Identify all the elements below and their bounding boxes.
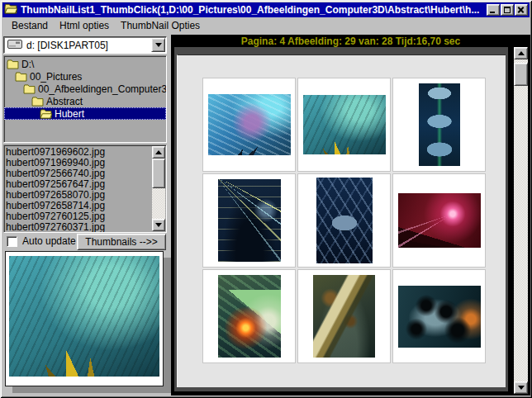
thumbnails-button[interactable]: Thumbnails -->> [77, 234, 166, 250]
tree-item-hubert-selected[interactable]: Hubert [4, 107, 166, 120]
thumbnail-image-navy-light-rays [218, 179, 281, 262]
menu-bar: Bestand Html opties ThumbNail Opties [2, 17, 530, 33]
tree-item-label: 00_Afbeeldingen_Computer3D [38, 83, 167, 95]
app-window: ThumbNailList1_ThumbClick(1,D:\00_Pictur… [0, 0, 532, 398]
thumbnail-image-blue-feather-fractal [208, 94, 291, 155]
window-title: ThumbNailList1_ThumbClick(1,D:\00_Pictur… [21, 4, 483, 16]
thumbnail-cell[interactable] [202, 173, 296, 268]
close-icon [515, 5, 527, 15]
file-item[interactable]: hubert0972760371.jpg [6, 222, 151, 233]
arrow-up-icon [155, 150, 162, 154]
preview-panel [5, 251, 164, 386]
drive-selector[interactable]: d: [DISK1PART05] [3, 36, 167, 54]
scrollbar-up-button[interactable] [152, 146, 165, 159]
directory-tree: D:\ 00_Pictures 00_Afbeeldingen_Computer… [3, 55, 167, 143]
thumbnail-cell[interactable] [392, 78, 486, 172]
thumbnail-cell[interactable] [297, 269, 391, 363]
arrow-up-icon [518, 51, 525, 55]
thumbnail-image-dark-teal-blobs [398, 286, 481, 348]
auto-update-checkbox[interactable] [7, 236, 17, 247]
tree-item-label: Hubert [55, 108, 84, 120]
thumbnail-cell[interactable] [392, 173, 486, 268]
scrollbar-down-button[interactable] [152, 219, 165, 231]
thumbnail-image-blue-scifi-arches [316, 178, 373, 263]
maximize-button[interactable] [501, 4, 514, 16]
file-list: hubert0971969602.jpg hubert0971969940.jp… [3, 145, 167, 233]
scrollbar-up-button[interactable] [514, 47, 528, 59]
thumbnail-image-green-orange-machine [218, 275, 281, 358]
auto-update-label: Auto update [22, 235, 76, 247]
folder-icon [7, 59, 19, 69]
thumbnail-frame [174, 47, 508, 391]
folder-icon [23, 84, 36, 94]
folder-icon [15, 72, 27, 82]
folder-icon [31, 97, 44, 107]
thumbnail-image-olive-chain-track [313, 275, 375, 358]
app-folder-icon [4, 2, 17, 17]
tree-item-abstract[interactable]: Abstract [4, 95, 166, 107]
thumbnail-cell[interactable] [297, 173, 391, 268]
file-list-scrollbar[interactable] [152, 146, 165, 231]
chevron-down-icon [155, 43, 162, 47]
thumbnail-cell[interactable] [297, 78, 391, 172]
thumbnail-image-teal-yellow-sail-fractal [303, 95, 386, 154]
thumbnail-scrollbar[interactable] [514, 47, 528, 394]
arrow-down-icon [155, 223, 162, 227]
tree-item-root[interactable]: D:\ [4, 58, 166, 70]
tree-item-afbeeldingen-computer3d[interactable]: 00_Afbeeldingen_Computer3D [4, 83, 166, 95]
disk-drive-icon [7, 40, 22, 51]
minimize-icon [490, 12, 495, 13]
tree-item-00-pictures[interactable]: 00_Pictures [4, 70, 166, 83]
thumbnail-image-red-magenta-burst [398, 193, 481, 248]
arrow-down-icon [518, 386, 525, 390]
maximize-icon [504, 7, 511, 13]
menu-item-html-opties[interactable]: Html opties [54, 18, 115, 33]
drive-selector-value: d: [DISK1PART05] [26, 40, 108, 51]
thumbnail-cell[interactable] [202, 78, 296, 172]
status-text: Pagina: 4 Afbeelding: 29 van: 28 Tijd:16… [171, 36, 530, 47]
close-button[interactable] [515, 4, 528, 16]
scrollbar-thumb[interactable] [514, 63, 528, 86]
scrollbar-down-button[interactable] [514, 381, 528, 394]
minimize-button[interactable] [487, 4, 500, 16]
preview-image [9, 256, 159, 377]
tree-item-label: 00_Pictures [30, 71, 82, 83]
thumbnail-image-blue-dome-column [419, 83, 460, 166]
scrollbar-thumb[interactable] [152, 159, 165, 188]
open-folder-icon [40, 109, 52, 119]
thumbnail-canvas [177, 54, 506, 387]
tree-item-label: D:\ [21, 59, 34, 70]
tree-item-label: Abstract [46, 96, 83, 107]
thumbnail-cell[interactable] [392, 269, 486, 363]
drive-dropdown-button[interactable] [151, 38, 165, 52]
thumbnail-grid [202, 78, 486, 363]
titlebar[interactable]: ThumbNailList1_ThumbClick(1,D:\00_Pictur… [2, 2, 530, 17]
menu-item-bestand[interactable]: Bestand [6, 18, 54, 33]
thumbnail-cell[interactable] [202, 269, 296, 363]
menu-item-thumbnail-opties[interactable]: ThumbNail Opties [115, 18, 206, 33]
